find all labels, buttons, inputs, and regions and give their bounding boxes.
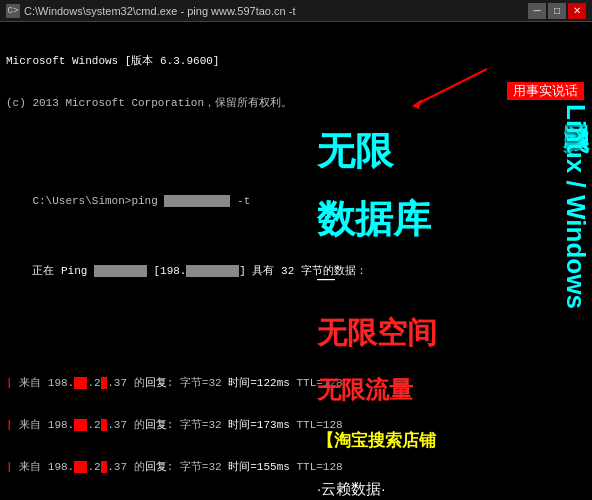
maximize-button[interactable]: □	[548, 3, 566, 19]
table-row: | 来自 198. .2 .37 的回复: 字节=32 时间=155ms TTL…	[6, 460, 586, 474]
line-ping-start: 正在 Ping [198. ] 具有 32 字节的数据：	[6, 250, 586, 292]
title-bar-left: C> C:\Windows\system32\cmd.exe - ping ww…	[6, 4, 295, 18]
close-button[interactable]: ✕	[568, 3, 586, 19]
cmd-icon: C>	[6, 4, 20, 18]
data-rows-container: | 来自 198. .2 .37 的回复: 字节=32 时间=122ms TTL…	[6, 348, 586, 500]
minimize-button[interactable]: ─	[528, 3, 546, 19]
terminal: Microsoft Windows [版本 6.3.9600] (c) 2013…	[0, 22, 592, 500]
big-text-wuxian-space: 无限空间	[317, 317, 547, 349]
line-command: C:\Users\Simon>ping -t	[6, 180, 586, 222]
title-bar: C> C:\Windows\system32\cmd.exe - ping ww…	[0, 0, 592, 22]
title-bar-text: C:\Windows\system32\cmd.exe - ping www.5…	[24, 5, 295, 17]
line-version: Microsoft Windows [版本 6.3.9600]	[6, 54, 586, 68]
line-copyright: (c) 2013 Microsoft Corporation，保留所有权利。	[6, 96, 586, 110]
line-blank	[6, 138, 586, 152]
table-row: | 来自 198. .2 .37 的回复: 字节=32 时间=122ms TTL…	[6, 376, 586, 390]
table-row: | 来自 198. .2 .37 的回复: 字节=32 时间=173ms TTL…	[6, 418, 586, 432]
title-bar-controls[interactable]: ─ □ ✕	[528, 3, 586, 19]
